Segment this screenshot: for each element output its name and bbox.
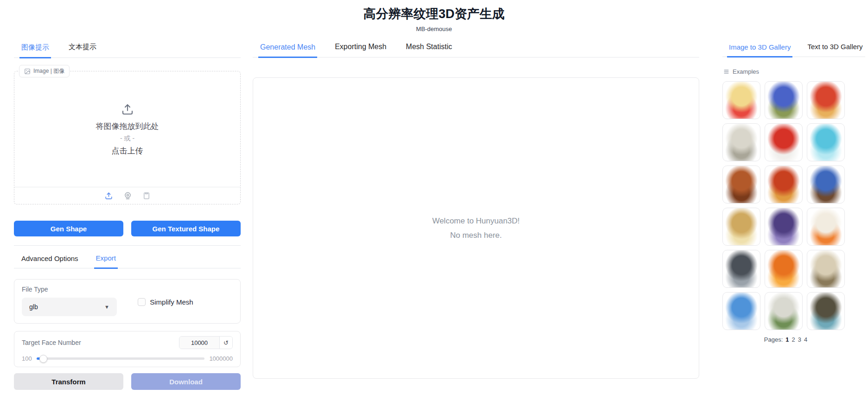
gallery-thumb-marble-bust[interactable] <box>722 123 760 161</box>
tab-text-prompt[interactable]: 文本提示 <box>67 41 98 57</box>
target-face-input-group: ↺ <box>179 336 233 349</box>
clipboard-source-button[interactable] <box>141 191 152 201</box>
no-mesh-text: No mesh here. <box>450 231 502 240</box>
blue-revolver-image <box>807 166 844 203</box>
street-lamp-image <box>723 250 760 287</box>
gallery-thumb-white-castle-garden[interactable] <box>765 292 803 330</box>
gallery-tabbar: Image to 3D Gallery Text to 3D Gallery <box>722 41 865 57</box>
tab-image-to-3d-gallery[interactable]: Image to 3D Gallery <box>727 41 792 57</box>
gallery-thumb-purple-wizard-hat[interactable] <box>765 208 803 246</box>
page-number-4[interactable]: 4 <box>804 336 807 343</box>
target-face-card: Target Face Number ↺ 100 1000000 <box>14 331 241 367</box>
target-face-slider-row: 100 1000000 <box>22 355 233 362</box>
options-tabbar: Advanced Options Export <box>14 252 241 268</box>
file-type-label: File Type <box>22 286 138 293</box>
tab-text-to-3d-gallery[interactable]: Text to 3D Gallery <box>805 41 864 57</box>
gallery-thumb-golden-staff[interactable] <box>722 208 760 246</box>
mesh-tabbar: Generated Mesh Exporting Mesh Mesh Stati… <box>253 41 699 57</box>
blue-seahorse-image <box>807 124 844 161</box>
tab-export[interactable]: Export <box>94 252 118 269</box>
center-panel: Generated Mesh Exporting Mesh Mesh Stati… <box>253 41 699 379</box>
gallery-thumb-santa-claus[interactable] <box>765 123 803 161</box>
page-numbers: 1234 <box>785 336 807 343</box>
stitch-figure-image <box>723 293 760 330</box>
gallery-thumb-luffy-figure[interactable] <box>807 81 845 119</box>
gallery-thumb-blue-seahorse[interactable] <box>807 123 845 161</box>
gen-shape-button[interactable]: Gen Shape <box>14 221 123 236</box>
reset-icon[interactable]: ↺ <box>219 337 232 349</box>
left-panel: 图像提示 文本提示 Image | 图像 将图像拖放到此处 - 或 - 点击上传 <box>14 41 241 390</box>
welcome-text: Welcome to Hunyuan3D! <box>432 216 520 226</box>
transform-button[interactable]: Transform <box>14 373 123 390</box>
gallery-thumb-white-flame-dragon[interactable] <box>807 208 845 246</box>
gallery-thumb-jack-o-lantern[interactable] <box>765 250 803 288</box>
white-flame-dragon-image <box>807 208 844 245</box>
tab-mesh-statistic[interactable]: Mesh Statistic <box>404 41 454 57</box>
santa-claus-image <box>765 124 802 161</box>
gallery-pagination: Pages: 1234 <box>722 336 849 343</box>
tab-exporting-mesh[interactable]: Exporting Mesh <box>333 41 388 57</box>
gallery-thumb-dark-tree-with-orb[interactable] <box>807 292 845 330</box>
slider-min-label: 100 <box>22 355 32 362</box>
gallery-thumb-copper-steam-train[interactable] <box>722 165 760 204</box>
penguin-chick-mascot-image <box>723 82 760 119</box>
copper-steam-train-image <box>723 166 760 203</box>
eagle-owl-creature-image <box>807 250 844 287</box>
image-upload-label: Image | 图像 <box>19 65 70 77</box>
drop-text: 将图像拖放到此处 <box>96 121 159 132</box>
luffy-figure-image <box>807 82 844 119</box>
image-icon <box>24 68 31 75</box>
left-divider <box>14 245 241 246</box>
generate-buttons-row: Gen Shape Gen Textured Shape <box>14 221 241 236</box>
upload-instructions[interactable]: 将图像拖放到此处 - 或 - 点击上传 <box>14 71 240 187</box>
purple-wizard-hat-image <box>765 208 802 245</box>
target-face-label: Target Face Number <box>22 339 81 346</box>
upload-arrow-icon <box>121 102 134 116</box>
gen-textured-shape-button[interactable]: Gen Textured Shape <box>131 221 241 236</box>
gallery-thumb-street-lamp[interactable] <box>722 250 760 288</box>
gallery-thumb-stitch-figure[interactable] <box>722 292 760 330</box>
gallery-thumb-eagle-owl-creature[interactable] <box>807 250 845 288</box>
click-to-upload-text[interactable]: 点击上传 <box>112 146 143 156</box>
examples-label: Examples <box>733 68 759 75</box>
file-type-value: glb <box>29 303 38 311</box>
page-number-2[interactable]: 2 <box>792 336 795 343</box>
gallery-thumb-blue-fantasy-house[interactable] <box>765 81 803 119</box>
slider-thumb[interactable] <box>39 355 47 363</box>
simplify-mesh-label: Simplify Mesh <box>150 298 193 306</box>
examples-gallery <box>722 81 865 330</box>
tab-generated-mesh[interactable]: Generated Mesh <box>258 41 317 58</box>
golden-staff-image <box>723 208 760 245</box>
tab-image-prompt[interactable]: 图像提示 <box>19 41 51 58</box>
list-icon <box>723 69 729 75</box>
target-face-input[interactable] <box>179 337 219 349</box>
file-type-card: File Type glb ▼ Simplify Mesh <box>14 279 241 324</box>
mesh-viewport[interactable]: Welcome to Hunyuan3D! No mesh here. <box>253 77 699 379</box>
page-number-1[interactable]: 1 <box>785 336 789 343</box>
page-number-3[interactable]: 3 <box>798 336 801 343</box>
upload-source-button[interactable] <box>103 191 114 201</box>
simplify-mesh-row: Simplify Mesh <box>138 286 193 317</box>
transform-download-row: Transform Download <box>14 373 241 390</box>
page-title: 高分辨率纹理3D资产生成 <box>0 6 868 22</box>
target-face-slider[interactable] <box>37 357 205 360</box>
simplify-mesh-checkbox[interactable] <box>138 298 146 306</box>
image-upload-dropzone[interactable]: Image | 图像 将图像拖放到此处 - 或 - 点击上传 <box>14 71 241 204</box>
page-subtitle: MB-demouse <box>0 25 868 32</box>
marble-bust-image <box>723 124 760 161</box>
blue-fantasy-house-image <box>765 82 802 119</box>
tab-advanced-options[interactable]: Advanced Options <box>19 253 80 268</box>
examples-header: Examples <box>722 68 865 75</box>
red-horse-image <box>765 166 802 203</box>
file-type-dropdown[interactable]: glb ▼ <box>22 298 117 316</box>
chevron-down-icon: ▼ <box>104 304 109 310</box>
webcam-source-button[interactable] <box>122 191 133 201</box>
download-button[interactable]: Download <box>131 373 241 390</box>
gallery-thumb-blue-revolver[interactable] <box>807 165 845 204</box>
upload-source-toolbar <box>14 187 240 204</box>
dark-tree-with-orb-image <box>807 293 844 330</box>
gallery-thumb-red-horse[interactable] <box>765 165 803 204</box>
slider-max-label: 1000000 <box>209 355 233 362</box>
gallery-thumb-penguin-chick-mascot[interactable] <box>722 81 760 119</box>
white-castle-garden-image <box>765 293 802 330</box>
